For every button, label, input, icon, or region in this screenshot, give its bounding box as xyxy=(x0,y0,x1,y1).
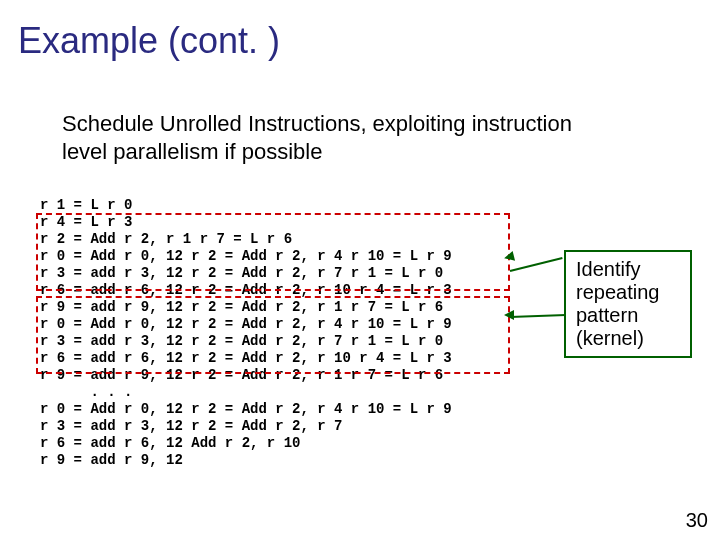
slide-title: Example (cont. ) xyxy=(18,20,280,62)
code-line: r 4 = L r 3 xyxy=(40,214,132,230)
code-line: r 6 = add r 6, 12 r 2 = Add r 2, r 10 r … xyxy=(40,282,452,298)
code-line: r 9 = add r 9, 12 r 2 = Add r 2, r 1 r 7… xyxy=(40,367,443,383)
slide-subtitle: Schedule Unrolled Instructions, exploiti… xyxy=(62,110,622,165)
code-line: r 3 = add r 3, 12 r 2 = Add r 2, r 7 xyxy=(40,418,342,434)
label-line: (kernel) xyxy=(576,327,644,349)
page-number: 30 xyxy=(686,509,708,532)
code-line: r 2 = Add r 2, r 1 r 7 = L r 6 xyxy=(40,231,292,247)
code-line: r 3 = add r 3, 12 r 2 = Add r 2, r 7 r 1… xyxy=(40,333,443,349)
label-line: Identify xyxy=(576,258,640,280)
code-line: r 0 = Add r 0, 12 r 2 = Add r 2, r 4 r 1… xyxy=(40,248,452,264)
code-line: . . . xyxy=(40,384,132,400)
code-line: r 9 = add r 9, 12 r 2 = Add r 2, r 1 r 7… xyxy=(40,299,443,315)
label-line: pattern xyxy=(576,304,638,326)
arrow-line-icon xyxy=(510,314,566,318)
code-line: r 6 = add r 6, 12 Add r 2, r 10 xyxy=(40,435,300,451)
kernel-label: Identify repeating pattern (kernel) xyxy=(564,250,692,358)
code-line: r 0 = Add r 0, 12 r 2 = Add r 2, r 4 r 1… xyxy=(40,316,452,332)
arrow-head-icon xyxy=(504,310,514,320)
code-block: r 1 = L r 0 r 4 = L r 3 r 2 = Add r 2, r… xyxy=(40,180,452,469)
code-line: r 1 = L r 0 xyxy=(40,197,132,213)
slide: Example (cont. ) Schedule Unrolled Instr… xyxy=(0,0,720,540)
label-line: repeating xyxy=(576,281,659,303)
arrow-head-icon xyxy=(503,251,515,263)
code-line: r 3 = add r 3, 12 r 2 = Add r 2, r 7 r 1… xyxy=(40,265,443,281)
code-line: r 6 = add r 6, 12 r 2 = Add r 2, r 10 r … xyxy=(40,350,452,366)
arrow-line-icon xyxy=(510,257,563,272)
code-line: r 0 = Add r 0, 12 r 2 = Add r 2, r 4 r 1… xyxy=(40,401,452,417)
code-line: r 9 = add r 9, 12 xyxy=(40,452,183,468)
